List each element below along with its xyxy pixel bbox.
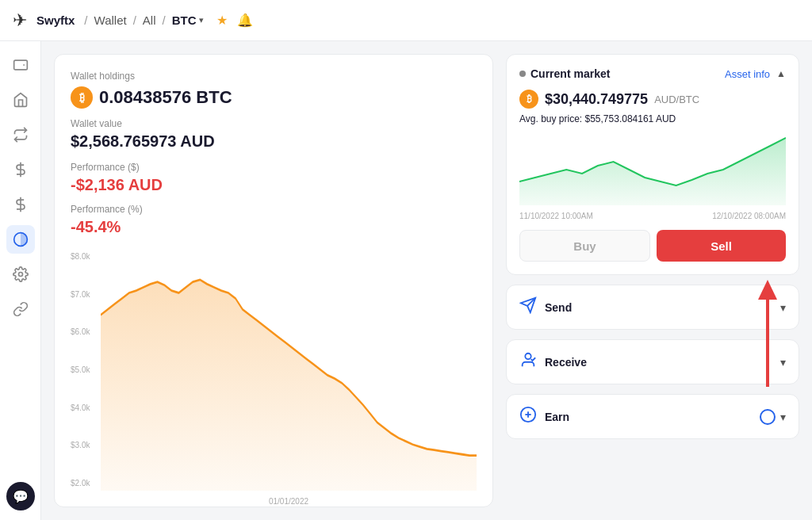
chat-button[interactable]: 💬 <box>6 482 35 510</box>
sidebar-bottom: 💬 <box>6 482 35 510</box>
avg-buy-price-row: Avg. buy price: $55,753.084161 AUD <box>519 113 786 124</box>
market-title: Current market <box>530 67 610 80</box>
receive-chevron-icon: ▾ <box>780 356 786 369</box>
nav-all[interactable]: All <box>143 13 156 27</box>
btc-icon: ₿ <box>71 86 93 109</box>
nav-sep2: / <box>133 13 136 27</box>
notification-bell-icon[interactable]: 🔔 <box>237 13 253 28</box>
send-card-right: ▾ <box>780 301 786 314</box>
y-label-3k: $3.0k <box>71 441 99 449</box>
nav-btc: BTC <box>172 13 197 27</box>
mini-chart-dates: 11/10/2022 10:00AM 12/10/2022 08:00AM <box>519 212 786 220</box>
receive-card-left: Receive <box>519 351 587 373</box>
right-panel: Current market Asset info ▲ ₿ $30,440.74… <box>506 54 799 507</box>
chart-svg <box>101 249 477 491</box>
sidebar-item-portfolio[interactable] <box>6 225 35 254</box>
market-title-row: Current market <box>519 67 610 80</box>
wallet-value: $2,568.765973 AUD <box>71 132 477 151</box>
btc-pair: AUD/BTC <box>654 94 699 105</box>
content-area: Wallet holdings ₿ 0.08438576 BTC Wallet … <box>41 41 812 520</box>
chart-date-end: 12/10/2022 08:00AM <box>712 212 786 220</box>
wallet-holdings-label: Wallet holdings <box>71 71 477 82</box>
y-label-6k: $6.0k <box>71 327 99 336</box>
earn-card-left: Earn <box>519 406 569 427</box>
performance-dollar-label: Performance ($) <box>71 162 477 173</box>
receive-card-right: ▾ <box>780 356 786 369</box>
btc-price: $30,440.749775 <box>545 91 648 108</box>
sidebar-item-settings[interactable] <box>6 260 35 289</box>
btc-amount-row: ₿ 0.08438576 BTC <box>71 86 477 109</box>
buy-button[interactable]: Buy <box>519 230 650 262</box>
nav-btc-dropdown[interactable]: BTC ▾ <box>172 13 204 27</box>
wallet-value-label: Wallet value <box>71 118 477 129</box>
avg-buy-label: Avg. buy price: <box>519 113 582 124</box>
performance-pct-value: -45.4% <box>71 218 477 236</box>
receive-label: Receive <box>545 356 587 369</box>
btc-price-icon: ₿ <box>519 90 538 109</box>
sidebar: 💬 <box>0 41 41 520</box>
earn-circle-icon <box>760 409 776 425</box>
send-icon <box>519 296 537 318</box>
y-label-2k: $2.0k <box>71 479 99 488</box>
chart-y-labels: $8.0k $7.0k $6.0k $5.0k $4.0k $3.0k $2.0… <box>71 249 99 491</box>
asset-info-chevron-icon: ▲ <box>776 68 786 79</box>
nav-sep3: / <box>163 13 166 27</box>
price-chart: $8.0k $7.0k $6.0k $5.0k $4.0k $3.0k $2.0… <box>71 249 477 491</box>
y-label-8k: $8.0k <box>71 252 99 261</box>
mini-chart <box>519 134 786 205</box>
earn-icon <box>519 406 537 427</box>
earn-card[interactable]: Earn ▾ <box>506 394 799 439</box>
favorite-star-icon[interactable]: ★ <box>216 13 228 28</box>
sidebar-item-link[interactable] <box>6 295 35 323</box>
send-card[interactable]: Send ▾ <box>506 285 799 330</box>
market-card: Current market Asset info ▲ ₿ $30,440.74… <box>506 54 799 275</box>
send-label: Send <box>545 301 572 314</box>
send-chevron-icon: ▾ <box>780 301 786 314</box>
y-label-7k: $7.0k <box>71 290 99 299</box>
svg-point-7 <box>525 354 530 359</box>
sell-button[interactable]: Sell <box>657 230 786 262</box>
earn-chevron-icon: ▾ <box>780 411 786 423</box>
send-card-left: Send <box>519 296 572 318</box>
btc-price-row: ₿ $30,440.749775 AUD/BTC <box>519 90 786 109</box>
svg-point-4 <box>18 273 22 277</box>
nav-wallet[interactable]: Wallet <box>94 13 127 27</box>
nav-sep1: / <box>84 13 87 27</box>
svg-rect-0 <box>13 60 27 70</box>
sidebar-item-transfer[interactable] <box>6 120 35 149</box>
market-header: Current market Asset info ▲ <box>519 67 786 80</box>
performance-pct-label: Performance (%) <box>71 204 477 215</box>
chart-x-label: 01/01/2022 <box>101 497 477 506</box>
receive-icon <box>519 351 537 373</box>
asset-info-row[interactable]: Asset info ▲ <box>725 68 786 80</box>
sidebar-item-wallet[interactable] <box>6 51 35 79</box>
btc-amount: 0.08438576 BTC <box>99 87 232 108</box>
earn-label: Earn <box>545 411 569 423</box>
app-brand: Swyftx <box>36 13 75 27</box>
y-label-4k: $4.0k <box>71 403 99 412</box>
chart-date-start: 11/10/2022 10:00AM <box>519 212 593 220</box>
market-status-dot <box>519 71 526 77</box>
main-layout: 💬 Wallet holdings ₿ 0.08438576 BTC Walle… <box>0 41 812 520</box>
y-label-5k: $5.0k <box>71 365 99 374</box>
left-panel: Wallet holdings ₿ 0.08438576 BTC Wallet … <box>54 54 493 507</box>
buy-sell-row: Buy Sell <box>519 230 786 262</box>
performance-dollar-value: -$2,136 AUD <box>71 176 477 194</box>
sidebar-item-markets[interactable] <box>6 155 35 184</box>
asset-info-link[interactable]: Asset info <box>725 68 770 80</box>
avg-buy-value: $55,753.084161 AUD <box>585 113 676 124</box>
app-logo: ✈ <box>13 10 27 31</box>
sidebar-item-tax[interactable] <box>6 190 35 219</box>
receive-card[interactable]: Receive ▾ <box>506 339 799 384</box>
btc-chevron-icon: ▾ <box>199 15 204 25</box>
earn-card-right: ▾ <box>760 409 786 425</box>
sidebar-item-home[interactable] <box>6 86 35 114</box>
top-nav: ✈ Swyftx / Wallet / All / BTC ▾ ★ 🔔 <box>0 0 812 41</box>
